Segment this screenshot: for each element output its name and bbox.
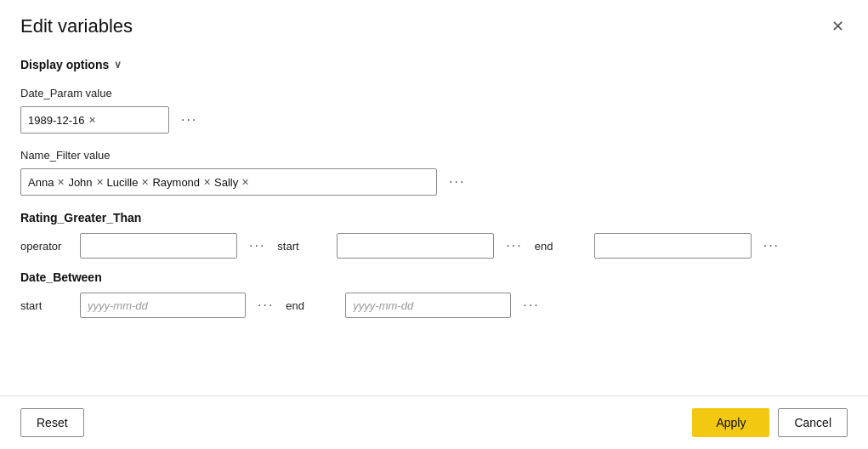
display-options-label: Display options: [20, 58, 109, 71]
date-end-label: end: [286, 299, 337, 312]
date-param-tag-value: 1989-12-16: [28, 114, 85, 127]
rating-end-input[interactable]: [594, 233, 752, 259]
date-param-more-button[interactable]: ···: [178, 111, 201, 129]
start-label: start: [277, 240, 328, 253]
tag-anna-remove[interactable]: ✕: [57, 178, 65, 187]
rating-section: Rating_Greater_Than operator ··· start ·…: [20, 211, 848, 259]
date-start-more-button[interactable]: ···: [254, 296, 277, 315]
date-start-input[interactable]: [80, 293, 246, 318]
date-start-label: start: [20, 299, 71, 312]
name-filter-tag-anna: Anna ✕: [28, 176, 65, 189]
dialog-header: Edit variables ✕: [0, 0, 868, 46]
tag-raymond-remove[interactable]: ✕: [203, 178, 211, 187]
end-label: end: [535, 240, 586, 253]
tag-sally-value: Sally: [214, 176, 238, 189]
name-filter-row: Anna ✕ John ✕ Lucille ✕ Raymond ✕: [20, 168, 848, 196]
name-filter-tag-sally: Sally ✕: [214, 176, 249, 189]
rating-field-row: operator ··· start ··· end ···: [20, 233, 848, 259]
tag-john-value: John: [68, 176, 92, 189]
rating-start-input[interactable]: [337, 233, 494, 259]
rating-start-more-button[interactable]: ···: [502, 236, 525, 255]
rating-end-more-button[interactable]: ···: [760, 236, 783, 255]
name-filter-input-box[interactable]: Anna ✕ John ✕ Lucille ✕ Raymond ✕: [20, 168, 437, 196]
footer-right-buttons: Apply Cancel: [692, 408, 848, 437]
date-between-field-row: start ··· end ···: [20, 293, 848, 318]
tag-raymond-value: Raymond: [152, 176, 200, 189]
rating-section-label: Rating_Greater_Than: [20, 211, 848, 224]
chevron-down-icon: ∨: [114, 59, 122, 71]
date-end-input[interactable]: [345, 293, 511, 318]
date-param-label: Date_Param value: [20, 87, 848, 99]
edit-variables-dialog: Edit variables ✕ Display options ∨ Date_…: [0, 0, 868, 449]
name-filter-more-button[interactable]: ···: [445, 173, 468, 191]
tag-lucille-value: Lucille: [107, 176, 139, 189]
date-param-row: 1989-12-16 ✕ ···: [20, 106, 848, 134]
display-options-toggle[interactable]: Display options ∨: [20, 58, 848, 71]
dialog-body: Display options ∨ Date_Param value 1989-…: [0, 46, 868, 395]
date-end-more-button[interactable]: ···: [519, 296, 542, 315]
operator-input[interactable]: [80, 233, 237, 259]
operator-more-button[interactable]: ···: [246, 236, 269, 255]
name-filter-section: Name_Filter value Anna ✕ John ✕ Lucille …: [20, 149, 848, 196]
tag-sally-remove[interactable]: ✕: [241, 178, 249, 187]
date-param-tag-remove[interactable]: ✕: [88, 116, 96, 125]
close-button[interactable]: ✕: [828, 15, 848, 37]
tag-john-remove[interactable]: ✕: [96, 178, 104, 187]
date-between-label: Date_Between: [20, 270, 848, 284]
name-filter-tag-raymond: Raymond ✕: [152, 176, 211, 189]
reset-button[interactable]: Reset: [20, 408, 84, 437]
date-param-tag: 1989-12-16 ✕: [28, 114, 96, 127]
operator-label: operator: [20, 240, 71, 253]
date-param-section: Date_Param value 1989-12-16 ✕ ···: [20, 87, 848, 134]
dialog-footer: Reset Apply Cancel: [0, 395, 868, 449]
tag-lucille-remove[interactable]: ✕: [141, 178, 149, 187]
dialog-title: Edit variables: [20, 15, 133, 37]
date-param-input-box[interactable]: 1989-12-16 ✕: [20, 106, 169, 134]
tag-anna-value: Anna: [28, 176, 54, 189]
name-filter-tag-john: John ✕: [68, 176, 103, 189]
name-filter-tag-lucille: Lucille ✕: [107, 176, 150, 189]
apply-button[interactable]: Apply: [692, 408, 769, 437]
date-between-section: Date_Between start ··· end ···: [20, 270, 848, 318]
cancel-button[interactable]: Cancel: [778, 408, 848, 437]
name-filter-label: Name_Filter value: [20, 149, 848, 162]
